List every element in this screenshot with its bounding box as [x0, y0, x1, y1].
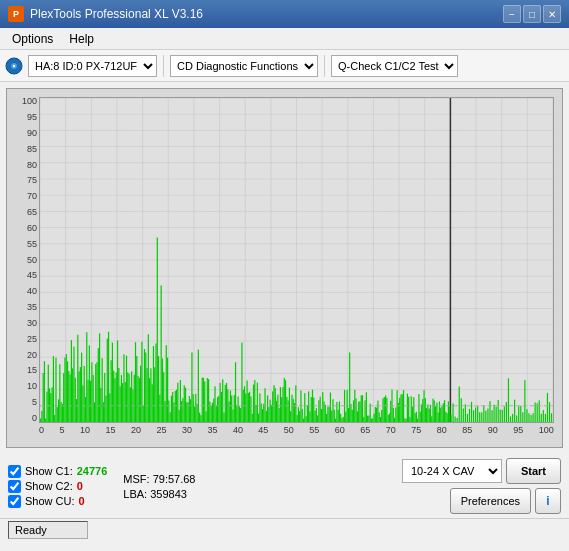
- status-bar: Ready: [0, 518, 569, 540]
- status-panel: Ready: [8, 521, 88, 539]
- top-controls: 10-24 X CAV Start: [402, 458, 561, 484]
- c2-value: 0: [77, 480, 83, 492]
- status-text: Ready: [15, 524, 47, 536]
- show-cu-label: Show CU:: [25, 495, 75, 507]
- lba-value: 359843: [150, 488, 187, 500]
- msf-label: MSF:: [123, 473, 149, 485]
- svg-point-2: [13, 64, 15, 66]
- speed-selector[interactable]: 10-24 X CAV: [402, 459, 502, 483]
- separator-2: [324, 55, 325, 77]
- lba-label: LBA:: [123, 488, 147, 500]
- app-icon: P: [8, 6, 24, 22]
- show-c2-checkbox[interactable]: [8, 480, 21, 493]
- c2-row: Show C2: 0: [8, 480, 107, 493]
- info-button[interactable]: i: [535, 488, 561, 514]
- show-c1-label: Show C1:: [25, 465, 73, 477]
- toolbar: HA:8 ID:0 PX-712UF CD Diagnostic Functio…: [0, 50, 569, 82]
- drive-icon: [4, 56, 24, 76]
- msf-lba-group: MSF: 79:57.68 LBA: 359843: [123, 473, 195, 500]
- menu-bar: Options Help: [0, 28, 569, 50]
- cu-row: Show CU: 0: [8, 495, 107, 508]
- bottom-controls: Preferences i: [450, 488, 561, 514]
- function-selector[interactable]: CD Diagnostic Functions: [170, 55, 318, 77]
- checkbox-group: Show C1: 24776 Show C2: 0 Show CU: 0: [8, 465, 107, 508]
- show-cu-checkbox[interactable]: [8, 495, 21, 508]
- chart-container: 0 5 10 15 20 25 30 35 40 45 50 55 60 65 …: [6, 88, 563, 448]
- window-controls: − □ ✕: [503, 5, 561, 23]
- maximize-button[interactable]: □: [523, 5, 541, 23]
- x-axis-labels: 0 5 10 15 20 25 30 35 40 45 50 55 60 65 …: [39, 425, 554, 443]
- drive-selector[interactable]: HA:8 ID:0 PX-712UF: [28, 55, 157, 77]
- prefs-controls: 10-24 X CAV Start Preferences i: [402, 458, 561, 514]
- chart-area: [39, 97, 554, 423]
- show-c2-label: Show C2:: [25, 480, 73, 492]
- c1-row: Show C1: 24776: [8, 465, 107, 478]
- cu-value: 0: [79, 495, 85, 507]
- start-button[interactable]: Start: [506, 458, 561, 484]
- separator-1: [163, 55, 164, 77]
- msf-value: 79:57.68: [153, 473, 196, 485]
- c1-value: 24776: [77, 465, 108, 477]
- chart-canvas: [40, 98, 553, 422]
- show-c1-checkbox[interactable]: [8, 465, 21, 478]
- title-bar: P PlexTools Professional XL V3.16 − □ ✕: [0, 0, 569, 28]
- menu-options[interactable]: Options: [4, 30, 61, 48]
- preferences-button[interactable]: Preferences: [450, 488, 531, 514]
- stats-bar: Show C1: 24776 Show C2: 0 Show CU: 0 MSF…: [0, 454, 569, 518]
- close-button[interactable]: ✕: [543, 5, 561, 23]
- test-selector[interactable]: Q-Check C1/C2 Test: [331, 55, 458, 77]
- minimize-button[interactable]: −: [503, 5, 521, 23]
- y-axis-labels: 0 5 10 15 20 25 30 35 40 45 50 55 60 65 …: [9, 97, 37, 423]
- window-title: PlexTools Professional XL V3.16: [30, 7, 203, 21]
- menu-help[interactable]: Help: [61, 30, 102, 48]
